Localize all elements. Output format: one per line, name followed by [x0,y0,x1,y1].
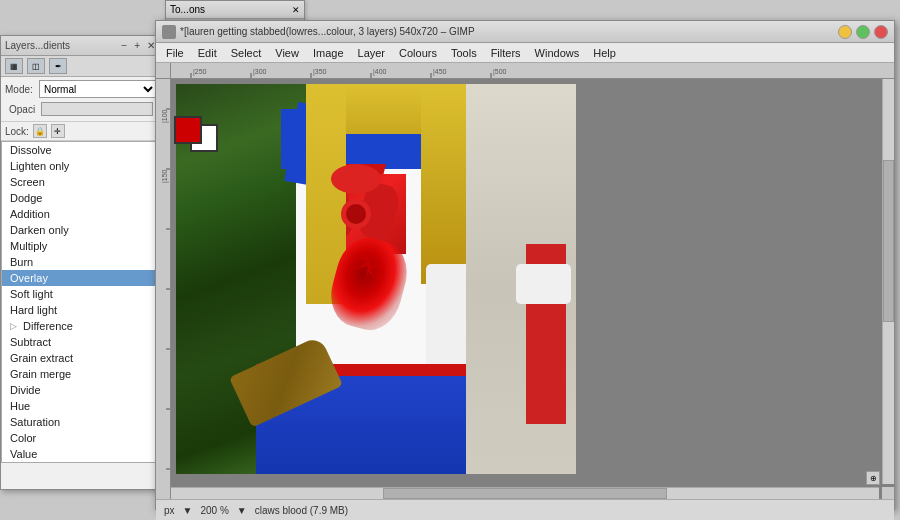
canvas-container[interactable]: ⊕ [171,79,894,499]
h-scrollbar-thumb[interactable] [383,488,666,499]
svg-text:|400: |400 [373,68,387,76]
canvas-area: |100 |150 [156,79,894,499]
menu-colours[interactable]: Colours [393,45,443,61]
blend-modes-list: Dissolve Lighten only Screen Dodge Addit… [1,141,161,463]
lock-pos-btn[interactable]: ✛ [51,124,65,138]
blend-mode-lighten-only[interactable]: Lighten only [2,158,160,174]
layers-title-controls: − + ✕ [119,40,157,51]
white-glove-right [516,264,571,304]
svg-text:|150: |150 [161,169,169,183]
bow-jewel [346,204,366,224]
menu-tools[interactable]: Tools [445,45,483,61]
layers-opacity-slider[interactable] [41,102,153,116]
blend-mode-hard-light[interactable]: Hard light [2,302,160,318]
close-btn[interactable] [874,25,888,39]
blend-mode-darken-only[interactable]: Darken only [2,222,160,238]
svg-text:|500: |500 [493,68,507,76]
svg-text:|450: |450 [433,68,447,76]
canvas-image [176,84,576,474]
bow-center [331,164,381,194]
svg-text:|350: |350 [313,68,327,76]
layers-mode-select[interactable]: Normal [39,80,157,98]
blend-mode-dodge[interactable]: Dodge [2,190,160,206]
v-ruler: |100 |150 [156,79,171,499]
blend-mode-saturation[interactable]: Saturation [2,414,160,430]
status-separator: ▼ [183,505,193,516]
blood-svg [346,244,386,294]
menu-view[interactable]: View [269,45,305,61]
layers-lock-section: Lock: 🔒 ✛ [1,122,161,141]
maximize-btn[interactable] [856,25,870,39]
blend-mode-color[interactable]: Color [2,430,160,446]
blend-mode-addition[interactable]: Addition [2,206,160,222]
foreground-color[interactable] [174,116,202,144]
blend-mode-value[interactable]: Value [2,446,160,462]
layers-opacity-section: Opaci [5,100,157,118]
layers-tab-paths[interactable]: ✒ [49,58,67,74]
ruler-top-area: |250 |300 |350 |400 |450 |500 [156,63,894,79]
mode-label: Mode: [5,84,35,95]
layers-panel: Layers...dients − + ✕ ▦ ◫ ✒ Mode: Normal… [0,35,162,490]
gimp-menubar: File Edit Select View Image Layer Colour… [156,43,894,63]
menu-help[interactable]: Help [587,45,622,61]
layers-title-text: Layers...dients [5,40,70,51]
gimp-title-icon [162,25,176,39]
svg-text:|250: |250 [193,68,207,76]
blend-mode-screen[interactable]: Screen [2,174,160,190]
blend-mode-overlay[interactable]: Overlay [2,270,160,286]
gimp-title-text: *[lauren getting stabbed(lowres...colour… [180,26,475,37]
blend-mode-multiply[interactable]: Multiply [2,238,160,254]
toolbox-close-btn[interactable]: ✕ [292,5,300,15]
layers-mode-section: Mode: Normal Opaci [1,77,161,122]
status-unit: px [164,505,175,516]
expand-btn[interactable]: ⊕ [866,471,880,485]
menu-file[interactable]: File [160,45,190,61]
blend-mode-grain-extract[interactable]: Grain extract [2,350,160,366]
blend-mode-grain-merge[interactable]: Grain merge [2,366,160,382]
blend-mode-divide[interactable]: Divide [2,382,160,398]
layers-tab-row: ▦ ◫ ✒ [1,56,161,77]
status-zoom: 200 % [200,505,228,516]
h-ruler: |250 |300 |350 |400 |450 |500 [171,63,894,78]
layers-titlebar: Layers...dients − + ✕ [1,36,161,56]
layers-opacity-label: Opaci [9,104,39,115]
layers-mode-row: Mode: Normal [5,80,157,98]
gimp-titlebar: *[lauren getting stabbed(lowres...colour… [156,21,894,43]
v-ruler-svg: |100 |150 [156,79,171,499]
lock-label: Lock: [5,126,29,137]
blend-mode-subtract[interactable]: Subtract [2,334,160,350]
gimp-statusbar: px ▼ 200 % ▼ claws blood (7.9 MB) [156,499,894,520]
v-scrollbar[interactable] [882,79,894,484]
status-zoom-separator: ▼ [237,505,247,516]
status-info: claws blood (7.9 MB) [255,505,348,516]
svg-text:|100: |100 [161,109,169,123]
v-scrollbar-thumb[interactable] [883,160,894,322]
menu-layer[interactable]: Layer [352,45,392,61]
blend-mode-difference[interactable]: ▷ Difference [2,318,160,334]
blood-splatter [346,244,386,294]
menu-image[interactable]: Image [307,45,350,61]
layers-plus-btn[interactable]: + [132,40,142,51]
layers-tab-channels[interactable]: ◫ [27,58,45,74]
menu-edit[interactable]: Edit [192,45,223,61]
lock-pixels-btn[interactable]: 🔒 [33,124,47,138]
ruler-corner [156,63,171,78]
menu-select[interactable]: Select [225,45,268,61]
scroll-corner [882,487,894,499]
blend-mode-burn[interactable]: Burn [2,254,160,270]
menu-windows[interactable]: Windows [529,45,586,61]
titlebar-controls [838,25,888,39]
layers-minus-btn[interactable]: − [119,40,129,51]
layers-tab-layers[interactable]: ▦ [5,58,23,74]
minimize-btn[interactable] [838,25,852,39]
blend-mode-soft-light[interactable]: Soft light [2,286,160,302]
svg-text:|300: |300 [253,68,267,76]
toolbox-title-text: To...ons [170,4,205,15]
menu-filters[interactable]: Filters [485,45,527,61]
toolbox-titlebar: To...ons ✕ [166,1,304,19]
blend-mode-hue[interactable]: Hue [2,398,160,414]
blend-mode-dissolve[interactable]: Dissolve [2,142,160,158]
h-scrollbar[interactable] [171,487,879,499]
ruler-svg: |250 |300 |350 |400 |450 |500 [171,63,894,78]
gimp-main-window: *[lauren getting stabbed(lowres...colour… [155,20,895,510]
